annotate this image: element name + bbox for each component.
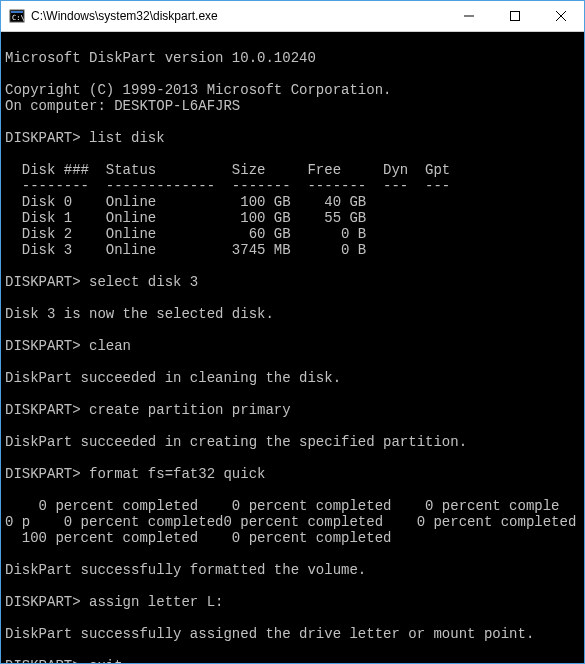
cmd-select-disk: select disk 3 — [89, 274, 198, 290]
cmd-exit: exit — [89, 658, 123, 663]
prompt: DISKPART> — [5, 130, 89, 146]
prompt: DISKPART> — [5, 594, 89, 610]
copyright-line: Copyright (C) 1999-2013 Microsoft Corpor… — [5, 82, 391, 98]
computer-line: On computer: DESKTOP-L6AFJRS — [5, 98, 240, 114]
cmd-assign-letter: assign letter L: — [89, 594, 223, 610]
terminal-area[interactable]: Microsoft DiskPart version 10.0.10240 Co… — [1, 32, 584, 663]
msg-select: Disk 3 is now the selected disk. — [5, 306, 274, 322]
msg-clean: DiskPart succeeded in cleaning the disk. — [5, 370, 341, 386]
msg-format: DiskPart successfully formatted the volu… — [5, 562, 366, 578]
prompt-line: DISKPART> assign letter L: — [5, 594, 223, 610]
cmd-create-partition: create partition primary — [89, 402, 291, 418]
cmd-list-disk: list disk — [89, 130, 165, 146]
table-header: Disk ### Status Size Free Dyn Gpt — [5, 162, 450, 178]
table-row: Disk 3 Online 3745 MB 0 B — [5, 242, 366, 258]
close-button[interactable] — [538, 1, 584, 31]
svg-text:C:\: C:\ — [12, 14, 25, 22]
progress-line: 0 p 0 percent completed0 percent complet… — [5, 514, 576, 530]
prompt-line: DISKPART> list disk — [5, 130, 165, 146]
prompt: DISKPART> — [5, 402, 89, 418]
minimize-button[interactable] — [446, 1, 492, 31]
svg-rect-4 — [511, 12, 520, 21]
progress-line: 0 percent completed 0 percent completed … — [5, 498, 560, 514]
window-controls — [446, 1, 584, 31]
console-icon: C:\ — [9, 8, 25, 24]
prompt: DISKPART> — [5, 274, 89, 290]
table-row: Disk 1 Online 100 GB 55 GB — [5, 210, 366, 226]
msg-create: DiskPart succeeded in creating the speci… — [5, 434, 467, 450]
prompt-line: DISKPART> select disk 3 — [5, 274, 198, 290]
prompt-line: DISKPART> exit — [5, 658, 131, 663]
prompt-line: DISKPART> clean — [5, 338, 131, 354]
table-separator: -------- ------------- ------- ------- -… — [5, 178, 450, 194]
cmd-clean: clean — [89, 338, 131, 354]
svg-rect-1 — [11, 11, 23, 13]
table-row: Disk 2 Online 60 GB 0 B — [5, 226, 366, 242]
table-row: Disk 0 Online 100 GB 40 GB — [5, 194, 366, 210]
window-title: C:\Windows\system32\diskpart.exe — [31, 9, 446, 23]
progress-line: 100 percent completed 0 percent complete… — [5, 530, 391, 546]
prompt-line: DISKPART> format fs=fat32 quick — [5, 466, 265, 482]
prompt: DISKPART> — [5, 338, 89, 354]
prompt: DISKPART> — [5, 466, 89, 482]
maximize-button[interactable] — [492, 1, 538, 31]
prompt-line: DISKPART> create partition primary — [5, 402, 291, 418]
version-line: Microsoft DiskPart version 10.0.10240 — [5, 50, 316, 66]
prompt: DISKPART> — [5, 658, 89, 663]
titlebar: C:\ C:\Windows\system32\diskpart.exe — [1, 1, 584, 32]
msg-assign: DiskPart successfully assigned the drive… — [5, 626, 534, 642]
cmd-format: format fs=fat32 quick — [89, 466, 265, 482]
